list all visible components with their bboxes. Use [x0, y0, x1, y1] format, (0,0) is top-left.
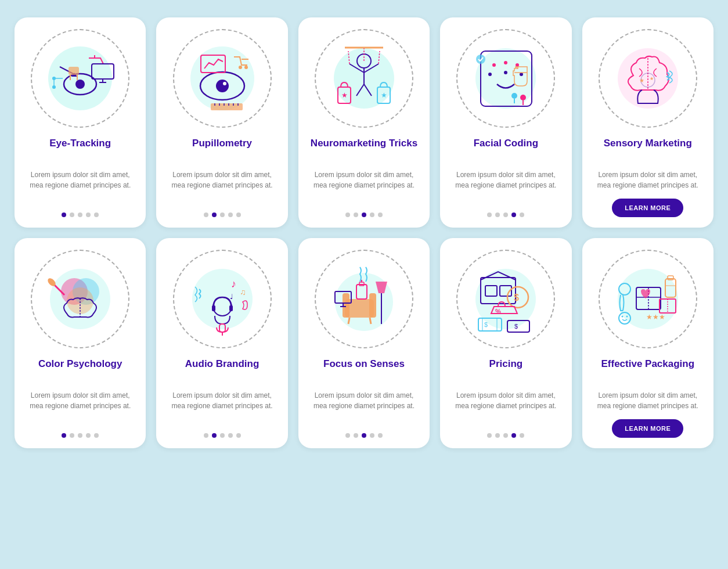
dot-2[interactable]	[495, 433, 500, 438]
pagination-dots	[487, 213, 524, 217]
dot-3[interactable]	[362, 433, 366, 438]
card-body: Lorem ipsum dolor sit dim amet, mea regi…	[593, 170, 703, 190]
svg-rect-75	[229, 305, 233, 311]
card-title: Pricing	[489, 358, 523, 383]
icon-eye-tracking	[31, 29, 129, 128]
dot-2[interactable]	[354, 213, 358, 217]
svg-rect-74	[212, 305, 215, 311]
dot-4[interactable]	[228, 213, 233, 217]
svg-text:♪: ♪	[231, 278, 236, 290]
svg-text:★: ★	[381, 91, 387, 99]
card-body: Lorem ipsum dolor sit dim amet, mea regi…	[593, 390, 703, 411]
dot-5[interactable]	[236, 433, 241, 438]
dot-5[interactable]	[236, 213, 241, 217]
svg-point-51	[488, 73, 492, 76]
dot-1[interactable]	[62, 433, 66, 438]
dot-2[interactable]	[495, 213, 500, 217]
card-grid: Eye-Tracking Lorem ipsum dolor sit dim a…	[15, 17, 713, 448]
dot-5[interactable]	[378, 213, 383, 217]
dot-1[interactable]	[487, 433, 492, 438]
card-body: Lorem ipsum dolor sit dim amet, mea regi…	[25, 170, 135, 204]
dot-3[interactable]	[78, 213, 82, 217]
card-eye-tracking: Eye-Tracking Lorem ipsum dolor sit dim a…	[15, 17, 146, 228]
dot-1[interactable]	[345, 433, 350, 438]
dot-4[interactable]	[370, 433, 374, 438]
svg-point-119	[621, 316, 623, 318]
dot-1[interactable]	[204, 213, 208, 217]
dot-1[interactable]	[62, 213, 66, 217]
icon-pricing: $ % $ $	[456, 250, 555, 348]
svg-point-2	[75, 80, 85, 89]
dot-5[interactable]	[520, 433, 524, 438]
svg-point-68	[67, 288, 93, 314]
icon-focus-on-senses	[315, 250, 413, 348]
dot-3[interactable]	[362, 213, 366, 217]
dot-4[interactable]	[370, 213, 374, 217]
learn-more-button[interactable]: LEARN MORE	[612, 199, 683, 217]
svg-text:★: ★	[341, 91, 348, 99]
dot-2[interactable]	[212, 433, 217, 438]
svg-point-19	[223, 82, 226, 85]
icon-color-psychology	[31, 250, 129, 348]
card-body: Lorem ipsum dolor sit dim amet, mea regi…	[309, 170, 419, 204]
dot-2[interactable]	[354, 433, 358, 438]
svg-text:★★★: ★★★	[646, 313, 665, 321]
svg-text:★: ★	[639, 77, 644, 84]
pagination-dots	[204, 433, 241, 438]
card-title: Audio Branding	[185, 358, 259, 383]
dot-5[interactable]	[378, 433, 383, 438]
dot-5[interactable]	[520, 213, 524, 217]
dot-2[interactable]	[70, 213, 74, 217]
svg-point-52	[504, 71, 507, 74]
svg-point-21	[239, 66, 242, 69]
svg-point-13	[52, 85, 56, 89]
dot-4[interactable]	[511, 433, 516, 438]
dot-1[interactable]	[345, 213, 350, 217]
svg-text:$: $	[484, 321, 488, 328]
dot-4[interactable]	[86, 213, 91, 217]
dot-4[interactable]	[86, 433, 91, 438]
icon-effective-packaging: ★★★	[599, 250, 697, 348]
dot-2[interactable]	[70, 433, 74, 438]
svg-text:♫: ♫	[240, 287, 246, 297]
svg-text:$: $	[514, 323, 518, 330]
card-color-psychology: Color Psychology Lorem ipsum dolor sit d…	[15, 238, 146, 448]
pagination-dots	[345, 433, 383, 438]
svg-point-58	[476, 55, 485, 64]
svg-line-86	[370, 318, 371, 324]
card-effective-packaging: ★★★ Effective Packaging Lorem ipsum dolo…	[582, 238, 713, 448]
svg-point-49	[504, 61, 507, 64]
card-neuromarketing: ★ ★ Neuromarketing Tricks Lorem ipsum do…	[298, 17, 430, 228]
dot-3[interactable]	[503, 433, 508, 438]
svg-point-53	[520, 73, 523, 76]
dot-5[interactable]	[94, 433, 99, 438]
dot-3[interactable]	[78, 433, 82, 438]
svg-point-12	[52, 77, 56, 80]
dot-4[interactable]	[511, 213, 516, 217]
dot-4[interactable]	[228, 433, 233, 438]
card-title: Focus on Senses	[323, 358, 405, 383]
dot-3[interactable]	[503, 213, 508, 217]
dot-1[interactable]	[487, 213, 492, 217]
card-pricing: $ % $ $ Pricing Lorem ipsum dolor sit di…	[440, 238, 571, 448]
svg-text:%: %	[495, 308, 501, 315]
card-body: Lorem ipsum dolor sit dim amet, mea regi…	[451, 170, 561, 204]
card-facial-coding: Facial Coding Lorem ipsum dolor sit dim …	[440, 17, 571, 228]
card-title: Facial Coding	[474, 137, 538, 163]
icon-facial-coding	[456, 29, 555, 128]
card-title: Sensory Marketing	[604, 137, 692, 163]
dot-2[interactable]	[212, 213, 217, 217]
dot-1[interactable]	[204, 433, 208, 438]
dot-3[interactable]	[220, 433, 225, 438]
learn-more-button-2[interactable]: LEARN MORE	[612, 419, 683, 438]
pagination-dots	[62, 433, 99, 438]
dot-5[interactable]	[94, 213, 99, 217]
svg-point-18	[216, 80, 229, 92]
svg-text:♩: ♩	[230, 293, 233, 301]
svg-point-50	[516, 63, 519, 67]
svg-text:$: $	[514, 293, 519, 302]
pagination-dots	[345, 213, 383, 217]
svg-point-72	[192, 269, 253, 329]
card-title: Color Psychology	[38, 358, 122, 383]
dot-3[interactable]	[220, 213, 225, 217]
